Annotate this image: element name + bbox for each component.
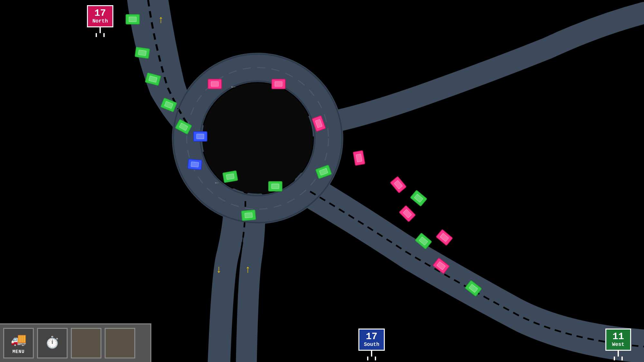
slot-1 — [71, 328, 101, 358]
sign-17-north-number: 17 — [92, 8, 108, 19]
sign-17-north-direction: North — [92, 19, 108, 24]
menu-button[interactable]: 🚚 MENU — [3, 328, 34, 358]
arrow-up-1: ↑ — [158, 14, 164, 26]
clock-icon: ⏱️ — [45, 336, 60, 350]
toolbar: 🚚 MENU ⏱️ — [0, 323, 151, 362]
car-blue-1 — [193, 131, 207, 142]
sign-11-west-direction: West — [611, 342, 626, 348]
slot-2 — [105, 328, 135, 358]
car-blue-2 — [187, 159, 203, 170]
car-2 — [135, 47, 150, 59]
arrow-down-1: ↓ — [216, 264, 222, 276]
arrow-up-2: ↑ — [245, 264, 251, 276]
sign-17-north: 17 North — [87, 5, 113, 37]
truck-icon: 🚚 — [11, 332, 27, 348]
sign-11-west: 11 West — [605, 329, 631, 360]
dir-arrow-left: ← — [231, 83, 235, 91]
car-pink-2 — [271, 79, 286, 89]
timer-button[interactable]: ⏱️ — [37, 328, 68, 358]
car-pink-1 — [208, 79, 222, 89]
menu-label: MENU — [13, 349, 25, 354]
dir-arrow-left2: ← — [215, 180, 219, 186]
car-green-south1 — [241, 209, 256, 221]
car-green-r2 — [268, 181, 282, 191]
sign-11-west-number: 11 — [611, 331, 626, 342]
sign-17-south-direction: South — [364, 342, 379, 348]
sign-17-south-number: 17 — [364, 331, 379, 342]
sign-17-south: 17 South — [358, 329, 385, 360]
car-1 — [126, 14, 140, 24]
svg-point-5 — [202, 83, 313, 194]
